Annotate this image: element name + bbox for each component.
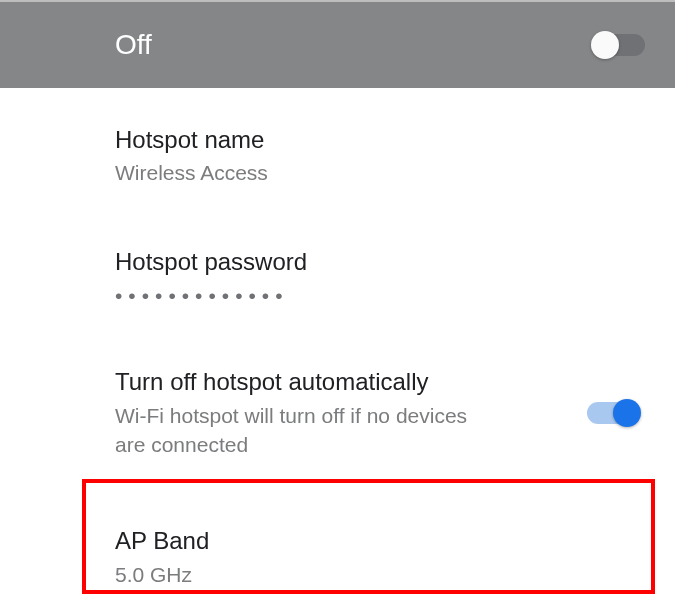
auto-off-toggle[interactable] — [587, 402, 639, 424]
auto-off-row[interactable]: Turn off hotspot automatically Wi-Fi hot… — [115, 330, 645, 481]
hotspot-name-row[interactable]: Hotspot name Wireless Access — [115, 88, 645, 210]
ap-band-value: 5.0 GHz — [115, 560, 645, 589]
hotspot-password-title: Hotspot password — [115, 246, 645, 278]
hotspot-master-toggle[interactable] — [593, 34, 645, 56]
hotspot-password-masked: ••••••••••••• — [115, 284, 645, 308]
hotspot-password-row[interactable]: Hotspot password ••••••••••••• — [115, 210, 645, 330]
hotspot-name-value: Wireless Access — [115, 158, 645, 187]
hotspot-name-title: Hotspot name — [115, 124, 645, 156]
ap-band-title: AP Band — [115, 525, 645, 557]
auto-off-subtitle: Wi-Fi hotspot will turn off if no device… — [115, 401, 495, 460]
hotspot-status-label: Off — [115, 29, 152, 61]
ap-band-row[interactable]: AP Band 5.0 GHz — [115, 481, 645, 611]
hotspot-master-row[interactable]: Off — [0, 2, 675, 88]
auto-off-title: Turn off hotspot automatically — [115, 366, 567, 398]
